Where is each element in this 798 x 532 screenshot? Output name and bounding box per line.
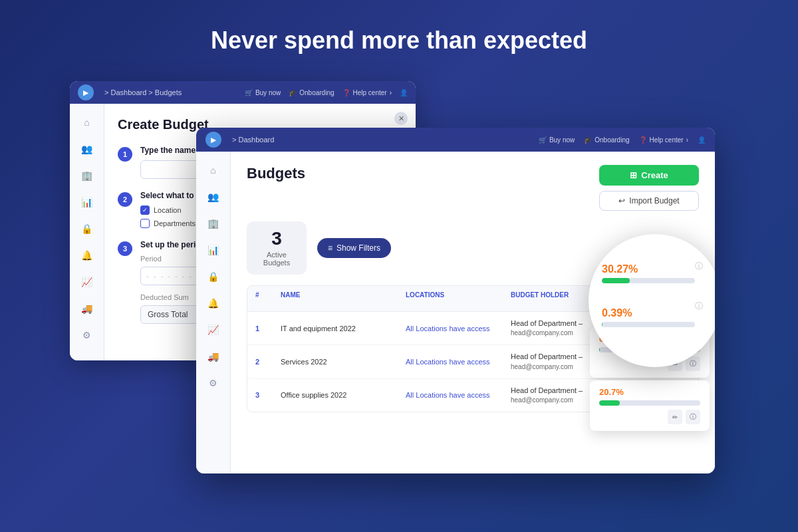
bg-sidebar: ⌂ 👥 🏢 📊 🔒 🔔 📈 🚚 ⚙	[70, 104, 104, 360]
fg-sidebar-home[interactable]: ⌂	[203, 160, 224, 181]
fg-help-btn[interactable]: ❓ Help center ›	[639, 136, 688, 144]
zoom-row-1: 30.27%	[602, 263, 708, 283]
budgets-dashboard-window: ▶ > Dashboard 🛒 Buy now 🎓 Onboarding ❓ H…	[196, 128, 715, 473]
row2-name: Services 2022	[281, 358, 400, 366]
bg-topbar: ▶ > Dashboard > Budgets 🛒 Buy now 🎓 Onbo…	[70, 81, 416, 104]
row3-overlay-percent: 20.7%	[599, 387, 700, 397]
bg-sidebar-chart[interactable]: 📊	[76, 192, 98, 213]
row3-overlay-fill	[599, 400, 620, 406]
row1-num: 1	[255, 325, 275, 332]
import-button[interactable]: ↩ Import Budget	[599, 191, 699, 211]
row3-overlay-info[interactable]: ⓘ	[686, 410, 700, 424]
row3-locations: All Locations have access	[406, 391, 505, 399]
budgets-title: Budgets	[247, 165, 599, 182]
bg-topbar-actions: 🛒 Buy now 🎓 Onboarding ❓ Help center › 👤	[245, 89, 408, 96]
create-label: Create	[641, 170, 668, 180]
fg-topbar: ▶ > Dashboard 🛒 Buy now 🎓 Onboarding ❓ H…	[196, 128, 715, 152]
fg-sidebar-lock[interactable]: 🔒	[203, 266, 224, 287]
row3-overlay-actions: ✏ ⓘ	[599, 410, 700, 424]
fg-topbar-actions: 🛒 Buy now 🎓 Onboarding ❓ Help center › 👤	[539, 136, 706, 144]
fg-logo: ▶	[205, 132, 221, 148]
row3-num: 3	[255, 391, 275, 399]
screens-container: ▶ > Dashboard > Budgets 🛒 Buy now 🎓 Onbo…	[50, 74, 748, 487]
row2-num: 2	[255, 358, 275, 366]
row3-overlay-bar	[599, 400, 700, 406]
bg-sidebar-building[interactable]: 🏢	[76, 165, 98, 186]
bg-logo: ▶	[78, 84, 94, 100]
fg-sidebar-graph[interactable]: 📈	[203, 319, 224, 340]
bg-sidebar-home[interactable]: ⌂	[76, 112, 98, 133]
zoom-percent-1: 30.27%	[602, 263, 708, 275]
active-budgets-box: 3 ActiveBudgets	[247, 221, 307, 275]
location-label: Location	[154, 206, 182, 214]
step-3-number: 3	[118, 241, 132, 256]
fg-sidebar: ⌂ 👥 🏢 📊 🔒 🔔 📈 🚚 ⚙	[196, 152, 231, 473]
active-count: 3	[260, 229, 293, 248]
bg-breadcrumb: > Dashboard > Budgets	[104, 88, 182, 96]
hero-title: Never spend more than expected	[211, 27, 587, 55]
step-2-number: 2	[118, 192, 132, 207]
bg-sidebar-graph[interactable]: 📈	[76, 271, 98, 293]
departments-checkbox[interactable]	[140, 219, 150, 228]
fg-sidebar-users[interactable]: 👥	[203, 186, 224, 207]
zoom-progress-fill-2	[602, 322, 602, 327]
row1-locations: All Locations have access	[406, 325, 505, 332]
row3-overlay-edit[interactable]: ✏	[668, 410, 682, 424]
budgets-header: Budgets ⊞ Create ↩ Import Budget	[247, 165, 699, 211]
bg-sidebar-users[interactable]: 👥	[76, 138, 98, 160]
bg-buy-now-btn[interactable]: 🛒 Buy now	[245, 89, 281, 96]
row3-overlay: 20.7% ✏ ⓘ	[590, 380, 710, 431]
step-1-number: 1	[118, 147, 132, 162]
th-name: Name	[281, 291, 400, 306]
row3-name: Office supplies 2022	[281, 391, 400, 399]
fg-breadcrumb: > Dashboard	[232, 136, 274, 144]
row2-locations: All Locations have access	[406, 358, 505, 366]
zoom-progress-2	[602, 322, 695, 327]
create-button[interactable]: ⊞ Create	[599, 165, 699, 186]
close-button[interactable]: ✕	[394, 112, 408, 125]
zoom-info-2: ⓘ	[695, 301, 703, 312]
zoom-percent-2: 0.39%	[602, 307, 708, 319]
fg-buy-now-btn[interactable]: 🛒 Buy now	[539, 136, 575, 144]
departments-label: Departments	[154, 219, 196, 227]
import-label: Import Budget	[629, 196, 679, 205]
show-filters-button[interactable]: ≡ Show Filters	[317, 238, 391, 258]
bg-sidebar-bell[interactable]: 🔔	[76, 245, 98, 266]
zoom-bubble: 30.27% ⓘ 0.39% ⓘ	[589, 234, 715, 367]
th-locations: Locations	[406, 291, 505, 306]
create-icon: ⊞	[630, 170, 637, 180]
zoom-progress-1	[602, 278, 695, 283]
bg-sidebar-settings[interactable]: ⚙	[76, 325, 98, 346]
fg-sidebar-bell[interactable]: 🔔	[203, 293, 224, 314]
fg-sidebar-building[interactable]: 🏢	[203, 213, 224, 234]
fg-user-btn[interactable]: 👤	[698, 136, 706, 144]
zoom-info-1: ⓘ	[695, 261, 703, 272]
th-num: #	[255, 291, 275, 306]
row2-overlay-fill	[599, 347, 600, 352]
bg-onboarding-btn[interactable]: 🎓 Onboarding	[289, 89, 334, 96]
fg-sidebar-chart[interactable]: 📊	[203, 239, 224, 261]
bg-sidebar-lock[interactable]: 🔒	[76, 218, 98, 239]
bg-sidebar-truck[interactable]: 🚚	[76, 298, 98, 319]
header-actions: ⊞ Create ↩ Import Budget	[599, 165, 699, 211]
bg-user-btn[interactable]: 👤	[400, 89, 408, 96]
fg-sidebar-truck[interactable]: 🚚	[203, 346, 224, 367]
zoom-row-2: 0.39%	[602, 307, 708, 327]
filter-icon: ≡	[328, 243, 332, 253]
active-label: ActiveBudgets	[260, 251, 293, 267]
row1-name: IT and equipment 2022	[281, 325, 400, 332]
filters-label: Show Filters	[336, 243, 380, 253]
row2-overlay-info[interactable]: ⓘ	[686, 356, 700, 371]
zoom-progress-fill-1	[602, 278, 630, 283]
fg-onboarding-btn[interactable]: 🎓 Onboarding	[584, 136, 629, 144]
fg-sidebar-settings[interactable]: ⚙	[203, 372, 224, 394]
bg-help-btn[interactable]: ❓ Help center ›	[342, 89, 392, 96]
location-checkbox[interactable]: ✓	[140, 205, 150, 215]
import-icon: ↩	[618, 196, 625, 205]
